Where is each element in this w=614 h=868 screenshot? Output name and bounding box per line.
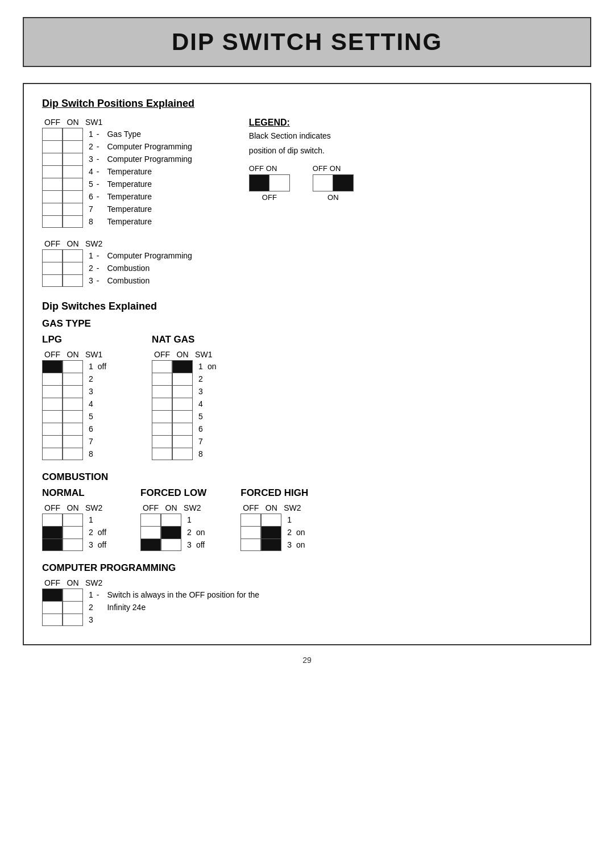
lpg-on-6 bbox=[63, 423, 83, 435]
sw1-off-label: OFF bbox=[42, 118, 63, 127]
fl-sw2: SW2 bbox=[184, 503, 201, 512]
sw1-off-4 bbox=[42, 165, 63, 178]
nat-on-4 bbox=[172, 398, 193, 410]
sw2-dash-3: - bbox=[97, 274, 99, 287]
sw1-dash-7 bbox=[97, 203, 99, 215]
nat-off-4 bbox=[152, 398, 172, 410]
cp-num-3: 3 bbox=[88, 614, 93, 626]
nat-num-3: 3 bbox=[197, 385, 203, 398]
sw1-on-7 bbox=[63, 203, 83, 215]
cp-dash-2 bbox=[97, 601, 99, 614]
lpg-on: ON bbox=[63, 350, 83, 359]
lpg-off-4 bbox=[42, 398, 63, 410]
sw1-num-3: 3 bbox=[88, 153, 93, 165]
normal-numbers: 1 2 3 bbox=[88, 514, 93, 551]
cp-on-1 bbox=[63, 589, 83, 601]
sw1-numbers: 1 2 3 4 5 6 7 8 bbox=[88, 128, 93, 228]
sw1-on-8 bbox=[63, 215, 83, 228]
nat-on-7 bbox=[172, 435, 193, 448]
sw1-off-1 bbox=[42, 128, 63, 140]
nat-gas-col: NAT GAS OFF ON SW1 bbox=[152, 334, 216, 460]
nat-numbers: 1 2 3 4 5 6 7 8 bbox=[197, 360, 203, 460]
nat-num-1: 1 bbox=[197, 360, 203, 373]
cp-on-col bbox=[63, 589, 83, 626]
sw2-num-2: 2 bbox=[88, 262, 93, 274]
sw2-dashes: - - - bbox=[97, 249, 99, 287]
dip-switches-explained-title: Dip Switches Explained bbox=[42, 301, 572, 312]
lpg-num-6: 6 bbox=[88, 423, 93, 435]
nat-on-2 bbox=[172, 373, 193, 385]
nat-note-3 bbox=[208, 385, 217, 398]
nat-off-8 bbox=[152, 448, 172, 460]
sw1-dash-6: - bbox=[97, 190, 99, 203]
lpg-num-8: 8 bbox=[88, 448, 93, 460]
legend-text2: position of dip switch. bbox=[249, 146, 374, 155]
nat-num-2: 2 bbox=[197, 373, 203, 385]
sw2-off-3 bbox=[42, 274, 63, 287]
fl-switch-area: 1 2 3 on off bbox=[140, 514, 206, 551]
sw1-on-col bbox=[63, 128, 83, 228]
normal-col: NORMAL OFF ON SW2 1 2 bbox=[42, 487, 106, 551]
nat-on-8 bbox=[172, 448, 193, 460]
fh-num-2: 2 bbox=[286, 526, 292, 539]
cp-descs: Switch is always in the OFF position for… bbox=[107, 589, 259, 626]
cp-on-2 bbox=[63, 601, 83, 614]
nat-note-8 bbox=[208, 448, 217, 460]
sw1-num-8: 8 bbox=[88, 215, 93, 228]
cp-num-2: 2 bbox=[88, 601, 93, 614]
nat-switch-area: 1 2 3 4 5 6 7 8 on bbox=[152, 360, 216, 460]
nat-note-2 bbox=[208, 373, 217, 385]
lpg-switch-area: 1 2 3 4 5 6 7 8 off bbox=[42, 360, 106, 460]
normal-on-2 bbox=[63, 526, 83, 539]
lpg-note-1: off bbox=[98, 360, 106, 373]
lpg-note-8 bbox=[98, 448, 106, 460]
cp-num-1: 1 bbox=[88, 589, 93, 601]
sw1-num-4: 4 bbox=[88, 165, 93, 178]
cp-on-3 bbox=[63, 614, 83, 626]
forced-high-col: FORCED HIGH OFF ON SW2 1 bbox=[240, 487, 308, 551]
sw2-on-3 bbox=[63, 274, 83, 287]
forced-high-label-row: OFF ON SW2 bbox=[240, 503, 308, 512]
fh-off-col bbox=[240, 514, 261, 551]
legend-off-switch: OFF ON OFF bbox=[249, 164, 290, 202]
sw1-num-7: 7 bbox=[88, 203, 93, 215]
fl-on-lbl: ON bbox=[161, 503, 181, 512]
forced-high-title: FORCED HIGH bbox=[240, 487, 308, 499]
nat-off-2 bbox=[152, 373, 172, 385]
legend-on-label1: ON bbox=[266, 164, 277, 173]
main-content-box: Dip Switch Positions Explained OFF ON SW… bbox=[23, 83, 591, 645]
fh-off-3 bbox=[240, 539, 261, 551]
lpg-num-4: 4 bbox=[88, 398, 93, 410]
sw2-name: SW2 bbox=[85, 239, 102, 248]
lpg-num-7: 7 bbox=[88, 435, 93, 448]
sw2-desc-3: Combustion bbox=[107, 274, 192, 287]
sw2-desc-1: Computer Programming bbox=[107, 249, 192, 262]
fh-on-2 bbox=[261, 526, 281, 539]
lpg-numbers: 1 2 3 4 5 6 7 8 bbox=[88, 360, 93, 460]
sw1-dash-8 bbox=[97, 215, 99, 228]
sw2-block: OFF ON SW2 1 bbox=[42, 239, 192, 287]
lpg-on-2 bbox=[63, 373, 83, 385]
lpg-on-7 bbox=[63, 435, 83, 448]
lpg-note-2 bbox=[98, 373, 106, 385]
combustion-row: NORMAL OFF ON SW2 1 2 bbox=[42, 487, 572, 551]
fl-num-2: 2 bbox=[186, 526, 192, 539]
nat-note-1: on bbox=[208, 360, 217, 373]
lpg-off-7 bbox=[42, 435, 63, 448]
fl-off-col bbox=[140, 514, 161, 551]
sw1-desc-6: Temperature bbox=[107, 190, 192, 203]
sw1-grid-area: 1 2 3 4 5 6 7 8 - - - - bbox=[42, 128, 192, 228]
nat-num-7: 7 bbox=[197, 435, 203, 448]
sw2-off-1 bbox=[42, 249, 63, 262]
nat-off-6 bbox=[152, 423, 172, 435]
fl-off-lbl: OFF bbox=[140, 503, 161, 512]
legend-off-label2: OFF bbox=[313, 164, 327, 173]
cp-off-3 bbox=[42, 614, 63, 626]
sw1-dash-3: - bbox=[97, 153, 99, 165]
cp-desc-1: Switch is always in the OFF position for… bbox=[107, 589, 259, 601]
sw1-block: OFF ON SW1 bbox=[42, 118, 192, 228]
fl-num-1: 1 bbox=[186, 514, 192, 526]
normal-on-col bbox=[63, 514, 83, 551]
legend-off-white bbox=[269, 174, 290, 191]
sw1-dashes: - - - - - - bbox=[97, 128, 99, 228]
